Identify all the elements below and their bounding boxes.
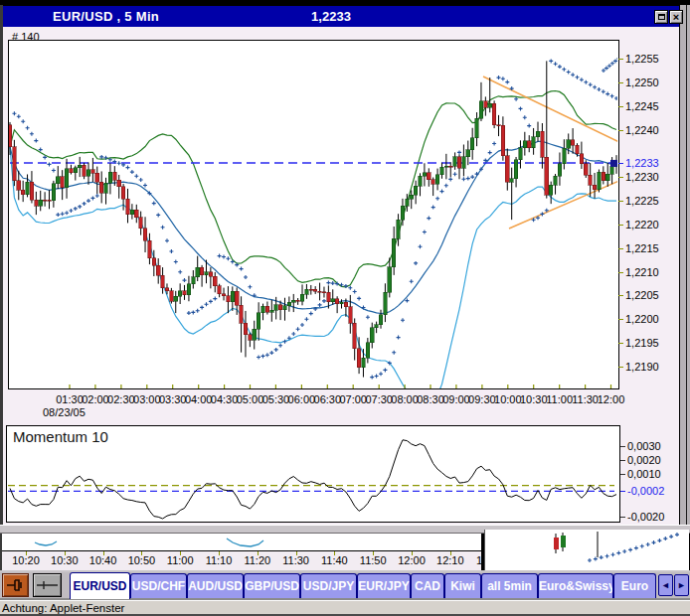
crosshair-tool-button[interactable] [33, 573, 62, 597]
background-axis-tick [450, 551, 451, 555]
background-axis-tick [334, 551, 335, 555]
background-axis-tick [141, 551, 142, 555]
tab-scroll-left-button[interactable]: ◄ [658, 574, 673, 596]
time-axis-label: 08:30 [417, 393, 444, 405]
time-axis-label: 02:00 [82, 393, 109, 405]
y-axis-tick [618, 130, 623, 131]
price-axis-label: 1,2200 [625, 313, 659, 325]
maximize-button[interactable] [654, 10, 668, 24]
background-axis-tick [412, 551, 413, 555]
background-time-label: 11:10 [206, 554, 233, 566]
momentum-tick [620, 446, 625, 447]
time-axis-label: 01:30 [56, 393, 84, 405]
momentum-axis-label: 0,0030 [627, 440, 661, 452]
tab-aud-usd[interactable]: AUD/USD [187, 573, 244, 598]
background-axis-tick [296, 551, 297, 555]
tab-gbp-usd[interactable]: GBP/USD [244, 573, 300, 598]
time-axis-label: 05:00 [237, 393, 264, 405]
background-time-label: 10:30 [51, 554, 79, 566]
pin-tool-button[interactable] [2, 573, 29, 597]
time-axis-label: 04:30 [211, 393, 239, 405]
momentum-tick [620, 474, 625, 475]
tab-euro[interactable]: Euro [613, 573, 656, 598]
time-axis-label: 09:30 [468, 393, 496, 405]
tab-usd-jpy[interactable]: USD/JPY [300, 573, 357, 598]
title-bar[interactable]: EUR/USD , 5 Min 1,2233 × [3, 6, 679, 27]
price-axis-label: 1,2195 [625, 337, 659, 349]
background-chart-window-left[interactable]: 10:2010:3010:4010:5011:0011:1011:2011:30… [2, 534, 482, 570]
background-time-label: 10:20 [12, 554, 40, 566]
price-axis-label: 1,2240 [625, 124, 659, 136]
momentum-axis-label: 0,0010 [627, 468, 661, 480]
momentum-chart-canvas[interactable] [7, 426, 618, 522]
background-time-label: 12:00 [398, 554, 426, 566]
price-axis-label: 1,2255 [625, 53, 659, 65]
time-axis-label: 10:30 [520, 393, 548, 405]
time-axis-label: 02:30 [107, 393, 135, 405]
time-axis-label: 11:30 [572, 393, 599, 405]
y-axis-tick [618, 319, 623, 320]
tab-euro-swissy[interactable]: Euro&Swissy [538, 573, 613, 598]
time-axis-label: 05:30 [262, 393, 290, 405]
price-axis-label: 1,2190 [625, 361, 659, 373]
time-axis-label: 10:00 [494, 393, 522, 405]
tab-eur-jpy[interactable]: EUR/JPY [357, 573, 411, 598]
status-text: Achtung: Applet-Fenster [2, 602, 124, 614]
tab-eur-usd[interactable]: EUR/USD [70, 572, 130, 599]
time-axis-label: 07:00 [339, 393, 367, 405]
background-time-label: 11:40 [321, 554, 348, 566]
current-price-label: 1,2233 [625, 157, 659, 169]
symbol-tab-bar: EUR/USDUSD/CHFAUD/USDGBP/USDUSD/JPYEUR/J… [0, 572, 690, 600]
y-axis-tick [618, 163, 623, 164]
background-axis-tick [65, 551, 66, 555]
price-axis-label: 1,2205 [625, 289, 659, 301]
tab-all-5min[interactable]: all 5min [481, 573, 538, 598]
main-chart-canvas[interactable] [9, 41, 617, 388]
momentum-current-label: -0,0002 [627, 485, 664, 497]
momentum-tick [620, 491, 625, 492]
background-time-label: 12:10 [436, 554, 464, 566]
application-window: EUR/USD , 5 Min 1,2233 × # 140 Momentum … [0, 0, 690, 616]
price-axis-label: 1,2225 [625, 195, 659, 207]
background-axis-tick [373, 551, 374, 555]
background-chart-window-right[interactable] [484, 530, 689, 570]
background-time-label: 11:30 [282, 554, 309, 566]
tab-scroll-right-button[interactable]: ► [674, 574, 689, 596]
price-axis-label: 1,2210 [625, 266, 659, 278]
y-axis-tick [618, 272, 623, 273]
y-axis-tick [618, 177, 623, 178]
y-axis-tick [618, 201, 623, 202]
time-axis-label: 03:30 [159, 393, 187, 405]
price-axis-label: 1,2230 [625, 171, 659, 183]
time-axis-label: 09:00 [442, 393, 470, 405]
background-axis-tick [103, 551, 104, 555]
background-time-label: 11:50 [360, 554, 387, 566]
momentum-axis-label: -0,0020 [627, 511, 664, 523]
price-axis-label: 1,2215 [625, 242, 659, 254]
background-time-axis: 10:2010:3010:4010:5011:0011:1011:2011:30… [2, 550, 482, 570]
y-axis-tick [618, 295, 623, 296]
title-price: 1,2233 [242, 9, 421, 24]
background-axis-tick [219, 551, 220, 555]
price-axis-label: 1,2245 [625, 100, 659, 112]
time-axis-label: 04:00 [185, 393, 213, 405]
close-button[interactable]: × [669, 10, 683, 24]
y-axis-tick [618, 106, 623, 107]
y-axis-tick [618, 59, 623, 60]
background-axis-tick [258, 551, 259, 555]
price-axis-label: 1,2220 [625, 219, 659, 231]
time-axis-label: 11:00 [546, 393, 573, 405]
background-axis-tick [26, 551, 27, 555]
tab-cad[interactable]: CAD [411, 573, 444, 598]
time-axis-label: 06:30 [314, 393, 342, 405]
time-axis-label: 07:30 [365, 393, 393, 405]
date-label: 08/23/05 [43, 406, 86, 418]
tab-usd-chf[interactable]: USD/CHF [130, 573, 187, 598]
tab-kiwi[interactable]: Kiwi [444, 573, 481, 598]
background-time-label: 10:40 [89, 554, 117, 566]
background-time-label: 11:00 [167, 554, 194, 566]
y-axis-tick [618, 367, 623, 368]
status-bar: Achtung: Applet-Fenster [0, 600, 690, 614]
background-time-label: 10:50 [128, 554, 156, 566]
time-axis-label: 08:00 [391, 393, 419, 405]
